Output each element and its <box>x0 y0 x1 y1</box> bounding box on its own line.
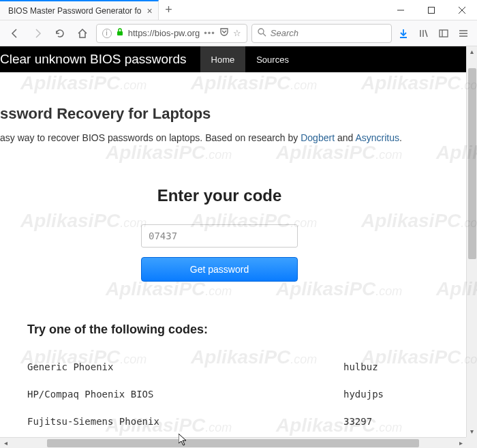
more-icon[interactable]: ••• <box>204 28 215 38</box>
library-icon[interactable] <box>416 28 431 39</box>
result-row: Fujitsu-Siemens Phoenix33297 <box>27 408 412 435</box>
result-code: 33297 <box>343 416 412 427</box>
site-nav: Clear unknown BIOS passwords Home Source… <box>0 46 466 72</box>
search-input[interactable] <box>271 28 386 38</box>
scroll-corner <box>466 437 477 448</box>
result-row: HP/Compaq Phoenix BIOShydujps <box>27 380 412 408</box>
reload-button[interactable] <box>50 24 69 43</box>
home-button[interactable] <box>74 24 92 43</box>
back-button[interactable] <box>5 24 24 43</box>
pocket-icon[interactable] <box>219 27 229 39</box>
minimize-button[interactable] <box>385 0 416 20</box>
result-row: Generic Phoenixhulbuz <box>27 353 412 380</box>
search-bar[interactable] <box>251 24 392 43</box>
results-title: Try one of the following codes: <box>27 323 412 337</box>
vertical-scrollbar[interactable]: ▴ ▾ <box>466 46 477 437</box>
scroll-up-arrow[interactable]: ▴ <box>467 46 477 57</box>
result-code: hydujps <box>343 389 412 400</box>
result-code: hulbuz <box>343 361 412 372</box>
lock-icon <box>116 28 124 38</box>
close-window-button[interactable] <box>446 0 477 20</box>
scroll-right-arrow[interactable]: ▸ <box>455 439 466 447</box>
site-title: Clear unknown BIOS passwords <box>0 52 200 67</box>
tab-title: BIOS Master Password Generator fo <box>8 6 141 16</box>
form-title: Enter your code <box>0 186 466 205</box>
url-bar[interactable]: i https://bios-pw.org ••• ☆ <box>96 24 247 43</box>
page-content: Clear unknown BIOS passwords Home Source… <box>0 46 466 437</box>
svg-point-5 <box>258 29 264 34</box>
horizontal-scrollbar[interactable]: ◂ ▸ <box>0 437 466 448</box>
link-dogbert[interactable]: Dogbert <box>301 132 335 143</box>
svg-rect-1 <box>428 7 434 13</box>
code-input[interactable] <box>141 224 298 248</box>
page-description: asy way to recover BIOS passwords on lap… <box>0 131 466 145</box>
maximize-button[interactable] <box>416 0 446 20</box>
result-label: Fujitsu-Siemens Phoenix <box>27 416 343 427</box>
window-chrome: BIOS Master Password Generator fo × + <box>0 0 477 20</box>
search-icon <box>258 28 266 39</box>
downloads-icon[interactable] <box>396 28 412 39</box>
hscroll-thumb[interactable] <box>47 439 419 447</box>
window-controls <box>385 0 477 20</box>
link-asyncritus[interactable]: Asyncritus <box>355 132 399 143</box>
menu-icon[interactable] <box>456 28 472 39</box>
browser-tab[interactable]: BIOS Master Password Generator fo × <box>0 0 159 20</box>
url-text: https://bios-pw.org <box>128 28 200 38</box>
sidebar-icon[interactable] <box>435 28 451 39</box>
vscroll-thumb[interactable] <box>468 68 476 259</box>
svg-line-9 <box>425 30 427 37</box>
new-tab-button[interactable]: + <box>159 0 179 20</box>
page-title: ssword Recovery for Laptops <box>0 105 466 123</box>
scroll-left-arrow[interactable]: ◂ <box>0 439 11 447</box>
browser-toolbar: i https://bios-pw.org ••• ☆ <box>0 20 477 46</box>
svg-line-6 <box>263 33 266 36</box>
bookmark-icon[interactable]: ☆ <box>233 28 241 38</box>
scroll-down-arrow[interactable]: ▾ <box>467 426 477 437</box>
result-label: Generic Phoenix <box>27 361 343 372</box>
info-icon[interactable]: i <box>102 29 112 38</box>
forward-button[interactable] <box>28 24 46 43</box>
get-password-button[interactable]: Get password <box>141 257 298 282</box>
close-tab-icon[interactable]: × <box>147 5 152 16</box>
nav-sources[interactable]: Sources <box>245 46 300 72</box>
svg-rect-4 <box>117 31 123 35</box>
svg-rect-10 <box>440 30 448 37</box>
nav-home[interactable]: Home <box>200 46 246 72</box>
result-label: HP/Compaq Phoenix BIOS <box>27 389 343 400</box>
